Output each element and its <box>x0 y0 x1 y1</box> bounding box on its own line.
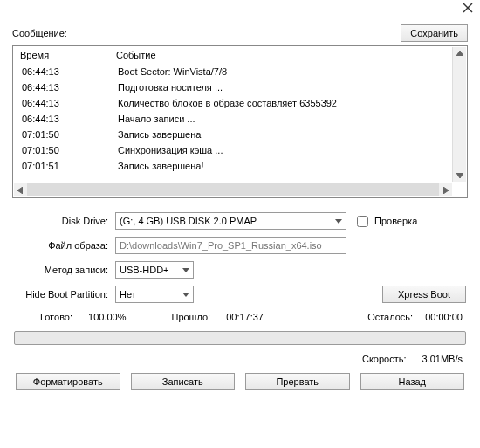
log-time: 06:44:13 <box>22 111 118 127</box>
speed-label: Скорость: <box>362 354 407 364</box>
log-time: 06:44:13 <box>22 79 118 95</box>
log-list: Время Событие 06:44:13Boot Sector: WinVi… <box>12 45 468 198</box>
log-row[interactable]: 07:01:51Запись завершена! <box>22 158 462 174</box>
verify-checkbox[interactable]: Проверка <box>353 213 417 230</box>
log-time: 07:01:51 <box>22 158 118 174</box>
image-file-label: Файл образа: <box>12 240 115 251</box>
log-event: Запись завершена! <box>118 158 462 174</box>
verify-checkbox-input[interactable] <box>357 216 368 227</box>
svg-marker-3 <box>456 173 463 178</box>
scroll-down-icon[interactable] <box>454 169 466 182</box>
vertical-scrollbar[interactable] <box>452 47 466 182</box>
log-row[interactable]: 06:44:13Количество блоков в образе соста… <box>22 95 462 111</box>
ready-label: Готово: <box>40 312 72 322</box>
log-event: Подготовка носителя ... <box>118 79 462 95</box>
back-button[interactable]: Назад <box>360 373 465 390</box>
message-label: Сообщение: <box>12 28 67 38</box>
log-time: 06:44:13 <box>22 95 118 111</box>
disk-drive-label: Disk Drive: <box>12 216 115 226</box>
log-event: Boot Sector: WinVista/7/8 <box>118 64 462 79</box>
svg-marker-5 <box>443 187 449 194</box>
log-time: 07:01:50 <box>22 142 118 158</box>
log-row[interactable]: 06:44:13Подготовка носителя ... <box>22 79 462 95</box>
elapsed-value: 00:17:37 <box>226 312 264 322</box>
log-row[interactable]: 06:44:13Boot Sector: WinVista/7/8 <box>22 64 462 79</box>
titlebar <box>0 0 480 17</box>
write-method-select[interactable]: USB-HDD+ <box>115 261 194 279</box>
progress-bar <box>14 331 466 345</box>
log-row[interactable]: 07:01:50Запись завершена <box>22 127 462 142</box>
log-header-event: Событие <box>116 50 462 60</box>
remaining-label: Осталось: <box>367 312 413 322</box>
close-icon[interactable] <box>463 3 473 15</box>
disk-drive-select[interactable]: (G:, 4 GB) USB DISK 2.0 PMAP <box>115 212 346 230</box>
abort-button[interactable]: Прервать <box>245 373 350 390</box>
remaining-value: 00:00:00 <box>425 312 463 322</box>
scroll-left-icon[interactable] <box>14 184 26 196</box>
log-time: 07:01:50 <box>22 127 118 142</box>
svg-marker-2 <box>456 51 463 56</box>
speed-value: 3.01MB/s <box>422 354 463 364</box>
scroll-up-icon[interactable] <box>454 47 466 59</box>
status-row: Готово: 100.00% Прошло: 00:17:37 Осталос… <box>12 312 468 322</box>
image-file-field[interactable] <box>115 237 346 254</box>
scroll-right-icon[interactable] <box>440 184 452 196</box>
log-row[interactable]: 07:01:50Синхронизация кэша ... <box>22 142 462 158</box>
scrollbar-track[interactable] <box>27 183 439 196</box>
horizontal-scrollbar[interactable] <box>14 183 452 196</box>
log-event: Синхронизация кэша ... <box>118 142 462 158</box>
elapsed-label: Прошло: <box>171 312 210 322</box>
hide-boot-partition-label: Hide Boot Partition: <box>12 289 115 300</box>
save-button[interactable]: Сохранить <box>401 24 468 42</box>
ready-value: 100.00% <box>88 312 126 322</box>
log-time: 06:44:13 <box>22 64 118 79</box>
log-event: Начало записи ... <box>118 111 462 127</box>
write-method-label: Метод записи: <box>12 265 115 275</box>
verify-label: Проверка <box>374 216 417 226</box>
log-row[interactable]: 06:44:13Начало записи ... <box>22 111 462 127</box>
log-header-time: Время <box>20 50 116 60</box>
format-button[interactable]: Форматировать <box>16 373 120 390</box>
xpress-boot-button[interactable]: Xpress Boot <box>382 286 466 303</box>
write-button[interactable]: Записать <box>131 373 236 390</box>
hide-boot-partition-select[interactable]: Нет <box>115 286 194 303</box>
log-event: Запись завершена <box>118 127 462 142</box>
svg-marker-4 <box>17 187 23 194</box>
log-event: Количество блоков в образе составляет 63… <box>118 95 462 111</box>
